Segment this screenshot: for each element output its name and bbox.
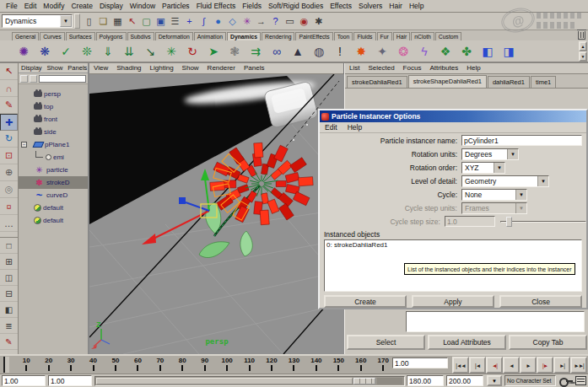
outliner-pane-layout[interactable]: ◫ xyxy=(0,270,18,286)
go-to-start-button[interactable]: |◄◄ xyxy=(452,357,469,374)
menu-item[interactable]: Fluid Effects xyxy=(193,1,240,11)
outliner-item[interactable]: persp xyxy=(19,88,88,100)
select-tool[interactable]: ↖ xyxy=(0,63,18,80)
ae-tab[interactable]: strokeShapeDahliaRed1 xyxy=(408,75,487,88)
viewport-canvas[interactable]: Z persp xyxy=(89,74,344,354)
shelf-tab[interactable]: Rendering xyxy=(262,32,294,40)
particles[interactable]: ❋ xyxy=(35,41,55,62)
menu-item[interactable]: Window xyxy=(127,1,159,11)
outliner-item[interactable]: strokeD xyxy=(19,176,88,189)
shelf-scroll-down[interactable]: ▼ xyxy=(579,51,587,62)
drag[interactable]: ⇉ xyxy=(245,41,266,62)
uniform-field[interactable]: ⇊ xyxy=(119,41,139,62)
show-manip-tool[interactable]: ¤ xyxy=(0,198,18,215)
help-line[interactable]: ? xyxy=(268,14,283,29)
select-component[interactable]: ▣ xyxy=(154,14,168,29)
range-slider-track[interactable] xyxy=(94,376,405,386)
collide[interactable]: ◍ xyxy=(309,41,329,62)
outliner-item[interactable]: default xyxy=(19,202,88,214)
snap-menu[interactable]: ☰ xyxy=(168,14,182,29)
play-forward-button[interactable]: ► xyxy=(520,357,537,374)
range-slider-active[interactable] xyxy=(96,378,353,384)
menu-item[interactable]: Solvers xyxy=(355,1,386,11)
shelf-tab[interactable]: Animation xyxy=(194,32,226,40)
outliner-item[interactable]: default xyxy=(19,214,88,227)
current-frame-marker[interactable] xyxy=(3,357,9,373)
four-pane-layout[interactable]: ⊞ xyxy=(0,254,18,270)
go-to-end-button[interactable]: ►►| xyxy=(570,357,587,374)
outliner-item[interactable]: pPlane1 xyxy=(19,138,88,151)
dialog-menu-item[interactable]: Edit xyxy=(320,122,343,132)
spring[interactable]: ∞ xyxy=(267,41,287,62)
menu-item[interactable]: Help xyxy=(406,1,427,11)
menu-item[interactable]: Soft/Rigid Bodies xyxy=(265,1,326,11)
rotation-units-dropdown[interactable]: Degrees ▼ xyxy=(461,148,519,160)
snap-point[interactable]: ● xyxy=(211,14,225,29)
viewport-menu-item[interactable]: Shading xyxy=(112,63,145,73)
curve-flow[interactable]: ✤ xyxy=(456,41,477,62)
hypershade-layout[interactable]: ◧ xyxy=(0,302,18,318)
load-attributes-button[interactable]: Load Attributes xyxy=(428,335,506,350)
auto-keyframe-icon[interactable] xyxy=(559,377,573,384)
dialog-menu-item[interactable]: Help xyxy=(343,122,367,132)
ae-notes-field[interactable] xyxy=(406,311,585,332)
shelf-tab[interactable]: Subdivs xyxy=(127,32,154,40)
ipr-render[interactable]: ◉ xyxy=(297,14,311,29)
script-editor[interactable]: ≣ xyxy=(0,318,18,334)
snap-curve[interactable]: ∫ xyxy=(197,14,211,29)
viewport-menu-item[interactable]: Lighting xyxy=(146,63,178,73)
slider-handle[interactable] xyxy=(506,217,512,227)
play-backwards-button[interactable]: ◄ xyxy=(503,357,520,374)
input-connections[interactable]: → xyxy=(254,14,268,29)
lightning[interactable]: ϟ xyxy=(414,41,434,62)
current-time-field[interactable] xyxy=(392,357,448,368)
turbulence[interactable]: ❃ xyxy=(224,41,245,62)
vortex[interactable]: ↻ xyxy=(182,41,202,62)
menu-item[interactable]: Effects xyxy=(326,1,355,11)
anim-start-input[interactable] xyxy=(2,375,46,386)
menu-item[interactable]: Particles xyxy=(159,1,193,11)
outliner-item[interactable]: front xyxy=(19,113,88,126)
particle-collision[interactable]: ❊ xyxy=(77,41,97,62)
menu-item[interactable]: Hair xyxy=(386,1,406,11)
shelf-tab[interactable]: Fur xyxy=(377,32,392,40)
viewport-menu-item[interactable]: Panels xyxy=(240,63,268,73)
step-back-key-button[interactable]: ◄| xyxy=(486,357,503,374)
radial[interactable]: ✳ xyxy=(161,41,181,62)
character-set-menu-button[interactable]: ▼ xyxy=(487,375,502,386)
snap-grid[interactable]: + xyxy=(182,14,197,29)
playback-end-input[interactable] xyxy=(407,375,444,386)
single-pane-layout[interactable]: □ xyxy=(0,238,18,254)
shelf-tab[interactable]: nCloth xyxy=(411,32,434,40)
viewport-menu-item[interactable]: View xyxy=(89,63,112,73)
shelf-scroll-up[interactable]: ▲ xyxy=(579,41,587,51)
outliner-item[interactable]: particle xyxy=(19,164,88,176)
move-tool[interactable]: ✚ xyxy=(0,114,18,131)
air[interactable]: ➤ xyxy=(203,41,224,62)
ae-menu-item[interactable]: Help xyxy=(462,63,484,73)
graph-pane-layout[interactable]: ⊟ xyxy=(0,286,18,302)
menu-item[interactable]: Fields xyxy=(239,1,265,11)
dialog-titlebar[interactable]: Particle Instancer Options xyxy=(320,110,586,122)
outliner-item[interactable]: side xyxy=(19,126,88,138)
playback-start-input[interactable] xyxy=(48,375,92,386)
copy-tab-button[interactable]: Copy Tab xyxy=(509,335,587,350)
ae-menu-item[interactable]: List xyxy=(345,63,364,73)
shatter[interactable]: ❖ xyxy=(435,41,456,62)
select-object[interactable]: ▢ xyxy=(139,14,154,29)
lasso-tool[interactable]: ∩ xyxy=(0,80,18,97)
rotate-tool[interactable]: ↻ xyxy=(0,131,18,148)
step-forward-frame-button[interactable]: ►| xyxy=(553,357,570,374)
animation-preferences-icon[interactable] xyxy=(575,376,586,385)
expand-toggle-icon[interactable] xyxy=(21,142,27,148)
fireworks[interactable]: ❂ xyxy=(393,41,413,62)
chevron-down-icon[interactable]: ▼ xyxy=(60,15,72,27)
current-time-input[interactable] xyxy=(392,357,448,368)
goal[interactable]: ✓ xyxy=(56,41,76,62)
step-forward-key-button[interactable]: |► xyxy=(537,357,553,374)
statusline-divider[interactable] xyxy=(74,13,80,29)
ae-menu-item[interactable]: Selected xyxy=(364,63,398,73)
level-of-detail-dropdown[interactable]: Geometry ▼ xyxy=(461,175,549,187)
outliner-menu-item[interactable]: Panels xyxy=(65,63,88,73)
fire[interactable]: ✸ xyxy=(351,41,371,62)
